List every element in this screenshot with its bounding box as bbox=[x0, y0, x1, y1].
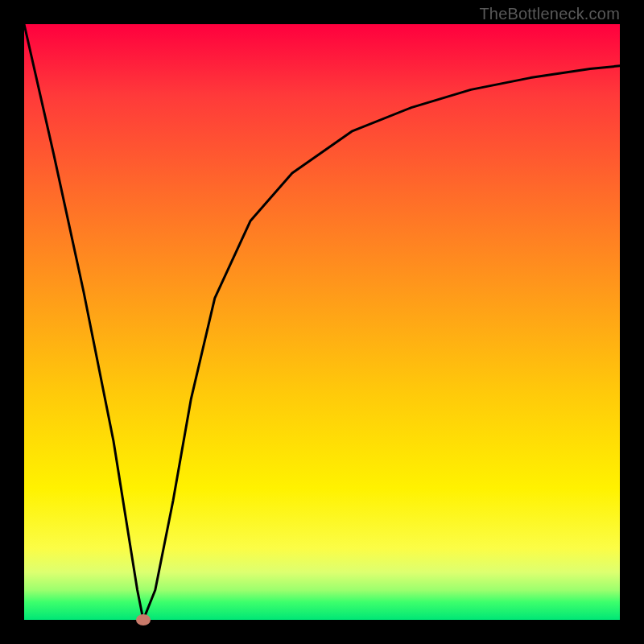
plot-area bbox=[24, 24, 620, 620]
watermark-text: TheBottleneck.com bbox=[479, 5, 620, 23]
curve-path bbox=[24, 24, 620, 620]
minimum-marker bbox=[136, 614, 151, 625]
chart-stage: TheBottleneck.com bbox=[0, 0, 644, 644]
bottleneck-curve bbox=[24, 24, 620, 620]
